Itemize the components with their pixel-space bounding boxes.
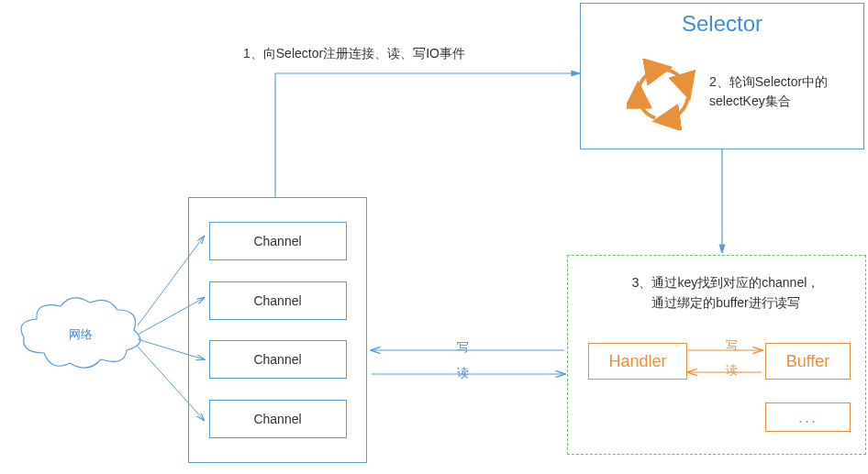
channel-box: Channel: [209, 222, 347, 260]
more-box: ...: [765, 402, 851, 432]
step1-label: 1、向Selector注册连接、读、写IO事件: [243, 46, 465, 62]
step3-line2: 通过绑定的buffer进行读写: [651, 295, 800, 310]
channel-box: Channel: [209, 340, 347, 379]
channel-box: Channel: [209, 281, 347, 320]
selector-title: Selector: [581, 11, 863, 37]
step2-label: 2、轮询Selector中的 selectKey集合: [709, 72, 828, 111]
read-label: 读: [457, 365, 469, 381]
channels-container: Channel Channel Channel Channel: [188, 197, 367, 463]
write-label-small: 写: [726, 337, 738, 354]
selector-box: Selector 2、轮询Selector中的 selectKey集合: [580, 3, 864, 149]
network-label: 网络: [17, 326, 145, 343]
buffer-box: Buffer: [765, 343, 851, 380]
step2-line1: 2、轮询Selector中的: [709, 74, 828, 89]
network-cloud: 网络: [17, 293, 145, 376]
channel-box: Channel: [209, 400, 347, 438]
step3-label: 3、通过key找到对应的channel， 通过绑定的buffer进行读写: [595, 272, 856, 314]
result-box: 3、通过key找到对应的channel， 通过绑定的buffer进行读写 Han…: [567, 255, 866, 455]
write-label: 写: [457, 339, 469, 356]
step2-line2: selectKey集合: [709, 94, 791, 108]
read-label-small: 读: [726, 362, 738, 379]
step3-line1: 3、通过key找到对应的channel，: [632, 275, 820, 290]
cycle-arrows-icon: [627, 59, 698, 130]
handler-box: Handler: [588, 343, 687, 380]
